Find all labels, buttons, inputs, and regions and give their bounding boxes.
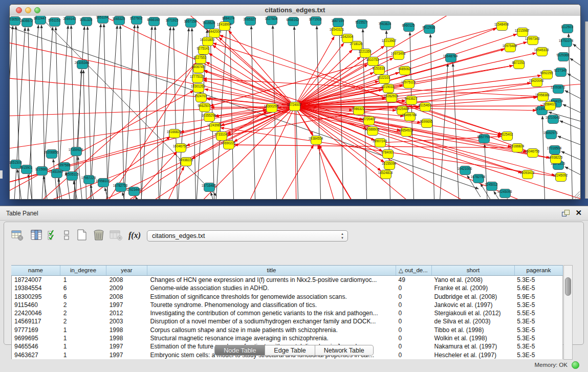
graph-node[interactable]: 15958381	[535, 93, 550, 101]
graph-node[interactable]: 15166824	[510, 144, 525, 152]
graph-node[interactable]: 15166825	[167, 129, 182, 138]
graph-node[interactable]: 9463627	[405, 96, 418, 105]
minimize-window-button[interactable]	[25, 7, 31, 13]
graph-node[interactable]: 9115460	[419, 103, 431, 112]
graph-node[interactable]: 10958107	[96, 179, 111, 187]
graph-node[interactable]: 9699695	[420, 119, 433, 128]
graph-node[interactable]: 9784067	[381, 150, 394, 159]
column-header-pagerank[interactable]: pagerank	[515, 266, 563, 275]
graph-node[interactable]: 19384554	[309, 136, 323, 145]
graph-node[interactable]: 15716485	[202, 183, 216, 192]
graph-node[interactable]: 6466160	[147, 17, 160, 26]
create-table-icon[interactable]	[76, 229, 88, 242]
graph-node[interactable]: 1667158	[184, 19, 197, 28]
graph-node[interactable]: 1951152	[48, 18, 61, 27]
graph-node[interactable]: 6466162	[287, 17, 299, 26]
table-row[interactable]: 1872400712008Changes of HCN gene express…	[12, 276, 562, 284]
graph-node[interactable]: 2405572	[20, 18, 33, 27]
table-row[interactable]: 977716911998Corpus callosum shape and si…	[12, 326, 562, 334]
column-header-in_degree[interactable]: in_degree	[60, 266, 106, 275]
graph-node[interactable]: 9733104	[215, 132, 228, 141]
graph-node[interactable]: 12505115	[64, 172, 79, 181]
graph-node[interactable]: 7485063	[398, 67, 411, 75]
graph-node[interactable]: 8127553	[194, 55, 207, 64]
graph-node[interactable]: 10262915	[384, 94, 399, 102]
graph-node[interactable]: 11548498	[494, 22, 509, 31]
close-panel-icon[interactable]: ✕	[575, 208, 582, 217]
graph-node[interactable]: 11451947	[49, 169, 63, 178]
graph-node[interactable]: 7986322	[352, 106, 365, 115]
graph-node[interactable]: 16782754	[471, 174, 486, 183]
graph-node[interactable]: 16155094	[382, 161, 397, 170]
graph-node[interactable]: 17016504	[547, 146, 562, 155]
graph-node[interactable]: 7924703	[194, 94, 207, 102]
graph-node[interactable]: 8912936	[423, 25, 435, 34]
graph-node[interactable]: 3915901	[20, 165, 33, 174]
tab-edge-table[interactable]: Edge Table	[265, 345, 315, 356]
column-header-short[interactable]: short	[432, 266, 515, 275]
graph-node[interactable]: 17359924	[69, 147, 83, 156]
graph-node[interactable]: 12215987	[515, 28, 530, 37]
graph-node[interactable]: 12997343	[525, 36, 540, 45]
graph-node[interactable]: 16495784	[402, 113, 417, 121]
graph-node[interactable]: 16545333	[534, 48, 549, 56]
graph-node[interactable]: 20206856	[44, 150, 59, 159]
graph-node[interactable]: 11243981	[207, 123, 222, 132]
table-selector-dropdown[interactable]: citations_edges.txt ▲▼	[147, 230, 348, 242]
graph-node[interactable]: 7963824	[379, 21, 391, 30]
graph-node[interactable]: 2069141	[63, 16, 76, 25]
close-window-button[interactable]	[16, 7, 22, 13]
graph-node[interactable]: 2065327	[244, 17, 256, 26]
graph-node[interactable]: 9462507	[198, 103, 211, 112]
graph-node[interactable]: 12245092	[553, 173, 568, 182]
graph-node[interactable]: 12975115	[401, 80, 416, 89]
graph-node[interactable]: 10355298	[202, 113, 216, 122]
graph-node[interactable]: 9219033	[382, 84, 395, 93]
table-row[interactable]: 969969511998Structural magnetic resonanc…	[12, 334, 562, 342]
graph-node[interactable]: 7625402	[500, 132, 513, 141]
graph-node[interactable]: 15692971	[543, 130, 558, 139]
graph-node[interactable]: 10975489	[503, 43, 517, 52]
table-row[interactable]: 1456911722003Disruption of a novel membe…	[12, 317, 562, 325]
graph-node[interactable]: 10688609	[365, 127, 380, 136]
graph-node[interactable]: 16782753	[113, 183, 128, 192]
zoom-window-button[interactable]	[34, 7, 40, 13]
graph-node[interactable]: 16210643	[546, 115, 560, 124]
graph-node[interactable]: 2030537	[10, 17, 21, 26]
graph-node[interactable]: 1667159	[332, 18, 344, 27]
graph-node[interactable]: 8872251	[512, 60, 525, 69]
delete-trash-icon[interactable]	[92, 229, 105, 242]
table-row[interactable]: 1938455462009Genome-wide association stu…	[12, 284, 562, 292]
graph-node[interactable]: 1071915	[166, 18, 179, 27]
graph-node[interactable]: 1527604	[265, 16, 278, 25]
graph-node[interactable]: 7515526	[203, 20, 215, 29]
graph-node[interactable]: 1812447	[34, 16, 47, 25]
graph-node[interactable]: 9227349	[554, 68, 567, 77]
graph-node[interactable]: 9275141	[197, 46, 210, 55]
graph-node[interactable]: 9892255	[540, 71, 553, 79]
graph-node[interactable]: 12923448	[126, 187, 141, 196]
graph-node[interactable]: 20305346	[75, 60, 90, 69]
graph-node[interactable]: 14938226	[179, 158, 193, 166]
graph-node[interactable]: 1051325	[80, 17, 93, 26]
graph-node[interactable]: 1065325	[113, 16, 125, 25]
graph-node[interactable]: 16648784	[443, 54, 458, 62]
row-height-icon[interactable]	[63, 229, 70, 242]
graph-node[interactable]: 16046757	[173, 144, 188, 152]
graph-node[interactable]: 9245012	[485, 182, 498, 191]
graph-node[interactable]: 18300295	[264, 104, 279, 113]
graph-node[interactable]: 9857791	[477, 135, 490, 143]
graph-node[interactable]: 18907243	[373, 139, 387, 147]
table-row[interactable]: 1830029562008Estimation of significance …	[12, 293, 562, 301]
resize-grip-icon[interactable]	[573, 191, 580, 199]
graph-node[interactable]: 16101800	[200, 37, 215, 46]
tab-node-table[interactable]: Node Table	[214, 345, 265, 356]
column-header-year[interactable]: year	[106, 266, 147, 275]
graph-node[interactable]: 16093412	[520, 170, 535, 179]
function-builder-icon[interactable]: f(x)	[128, 229, 141, 242]
graph-node[interactable]: 23420046	[529, 78, 544, 87]
graph-node[interactable]: 1527602	[130, 16, 143, 25]
graph-node[interactable]: 1221359	[359, 49, 372, 58]
graph-node[interactable]: 1215682	[35, 167, 48, 176]
column-header-out_de[interactable]: △ out_de...	[396, 266, 432, 275]
